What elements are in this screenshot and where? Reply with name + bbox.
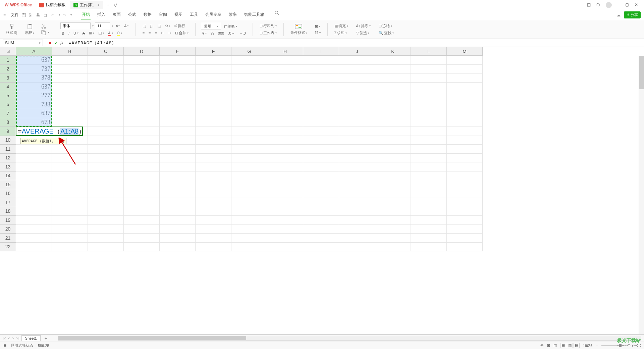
name-box-dd-icon[interactable]: ▾ xyxy=(39,41,41,45)
underline-button[interactable]: U▾ xyxy=(72,31,80,36)
convert-button[interactable]: ⇄ 转换▾ xyxy=(222,23,238,30)
sheet-tab-1[interactable]: Sheet1 xyxy=(21,335,41,341)
cell-G1[interactable] xyxy=(231,56,267,65)
cell-F19[interactable] xyxy=(196,216,231,225)
cell-A4[interactable]: 637 xyxy=(16,83,52,92)
cell-K10[interactable] xyxy=(375,136,411,145)
cell-H7[interactable] xyxy=(267,109,303,118)
cell-H20[interactable] xyxy=(267,225,303,234)
cell-H17[interactable] xyxy=(267,198,303,207)
cell-F1[interactable] xyxy=(196,56,231,65)
name-box[interactable]: SUM ▾ xyxy=(3,40,43,46)
cell-B19[interactable] xyxy=(52,216,88,225)
sheet-prev-icon[interactable]: < xyxy=(8,336,10,340)
cell-M3[interactable] xyxy=(447,73,483,83)
cell-A18[interactable] xyxy=(16,207,52,216)
cell-L9[interactable] xyxy=(411,127,447,136)
vertical-scrollbar[interactable] xyxy=(639,56,644,334)
active-cell[interactable]: =AVERAGE=AVERAGE（（A1:A8） xyxy=(16,127,83,136)
app-icon-1[interactable]: ◫ xyxy=(587,2,592,8)
strike-button[interactable]: A xyxy=(81,31,86,36)
cell-J1[interactable] xyxy=(339,56,375,65)
row-header-19[interactable]: 19 xyxy=(0,216,16,225)
cell-D22[interactable] xyxy=(124,243,160,252)
cell-L5[interactable] xyxy=(411,91,447,100)
cell-M6[interactable] xyxy=(447,100,483,109)
status-grid-icon[interactable]: ⊞ xyxy=(547,343,550,348)
cell-K14[interactable] xyxy=(375,171,411,181)
cell-F12[interactable] xyxy=(196,154,231,163)
cell-C2[interactable] xyxy=(88,65,124,74)
percent-icon[interactable]: % xyxy=(209,31,215,36)
cell-E15[interactable] xyxy=(160,180,196,189)
cell-K16[interactable] xyxy=(375,189,411,198)
cell-K5[interactable] xyxy=(375,91,411,100)
cell-C10[interactable] xyxy=(88,136,124,145)
tab-wps-office[interactable]: W WPS Office xyxy=(1,1,35,9)
row-header-10[interactable]: 10 xyxy=(0,136,16,145)
col-header-A[interactable]: A xyxy=(16,47,52,56)
cell-E5[interactable] xyxy=(160,91,196,100)
cell-C5[interactable] xyxy=(88,91,124,100)
cell-B20[interactable] xyxy=(52,225,88,234)
cell-B7[interactable] xyxy=(52,109,88,118)
cell-B3[interactable] xyxy=(52,73,88,83)
cell-M14[interactable] xyxy=(447,171,483,181)
cell-H1[interactable] xyxy=(267,56,303,65)
cell-H21[interactable] xyxy=(267,234,303,243)
row-header-2[interactable]: 2 xyxy=(0,65,16,74)
row-header-20[interactable]: 20 xyxy=(0,225,16,234)
cell-G16[interactable] xyxy=(231,189,267,198)
cell-F8[interactable] xyxy=(196,118,231,127)
cell-M7[interactable] xyxy=(447,109,483,118)
align-right-icon[interactable]: ≡ xyxy=(154,30,158,36)
cell-L8[interactable] xyxy=(411,118,447,127)
cell-F14[interactable] xyxy=(196,171,231,181)
row-header-12[interactable]: 12 xyxy=(0,154,16,163)
cond-format-button[interactable]: 条件格式▾ xyxy=(289,23,308,36)
cell-G20[interactable] xyxy=(231,225,267,234)
cell-J8[interactable] xyxy=(339,118,375,127)
cell-H19[interactable] xyxy=(267,216,303,225)
cell-A1[interactable]: 637 xyxy=(16,56,52,65)
cell-G21[interactable] xyxy=(231,234,267,243)
cell-L7[interactable] xyxy=(411,109,447,118)
zoom-in-icon[interactable]: + xyxy=(632,344,634,348)
cell-G9[interactable] xyxy=(231,127,267,136)
cell-G11[interactable] xyxy=(231,145,267,154)
row-header-9[interactable]: 9 xyxy=(0,127,16,136)
cell-D20[interactable] xyxy=(124,225,160,234)
col-header-C[interactable]: C xyxy=(88,47,124,56)
cell-H18[interactable] xyxy=(267,207,303,216)
cell-A13[interactable] xyxy=(16,162,52,171)
orientation-icon[interactable]: ⟲▾ xyxy=(163,23,171,29)
menu-tab-tools[interactable]: 工具 xyxy=(189,10,199,19)
cell-E12[interactable] xyxy=(160,154,196,163)
cell-C15[interactable] xyxy=(88,180,124,189)
print-icon[interactable]: 🖶 xyxy=(36,13,41,17)
cell-C19[interactable] xyxy=(88,216,124,225)
cell-G18[interactable] xyxy=(231,207,267,216)
row-header-1[interactable]: 1 xyxy=(0,56,16,65)
spreadsheet-grid[interactable]: ABCDEFGHIJKLM 12345678910111213141516171… xyxy=(0,47,644,334)
align-center-icon[interactable]: ≡ xyxy=(147,30,152,36)
cell-A20[interactable] xyxy=(16,225,52,234)
cell-L1[interactable] xyxy=(411,56,447,65)
zoom-value[interactable]: 190% xyxy=(583,344,592,348)
font-color-button[interactable]: A▾ xyxy=(107,30,114,36)
cut-icon[interactable] xyxy=(41,24,46,29)
cell-C14[interactable] xyxy=(88,171,124,181)
cell-J14[interactable] xyxy=(339,171,375,181)
cell-H8[interactable] xyxy=(267,118,303,127)
cell-E22[interactable] xyxy=(160,243,196,252)
cell-C8[interactable] xyxy=(88,118,124,127)
col-header-L[interactable]: L xyxy=(411,47,447,56)
view-normal-icon[interactable]: ▦ xyxy=(560,343,566,348)
cell-I11[interactable] xyxy=(303,145,339,154)
preview-icon[interactable]: ◻ xyxy=(44,13,48,17)
cell-style-icon[interactable]: ☷▾ xyxy=(314,30,322,36)
cell-I6[interactable] xyxy=(303,100,339,109)
cell-style-button[interactable]: ◫▾ xyxy=(97,30,105,36)
dec-inc-icon[interactable]: .0→ xyxy=(227,31,236,36)
cell-D15[interactable] xyxy=(124,180,160,189)
